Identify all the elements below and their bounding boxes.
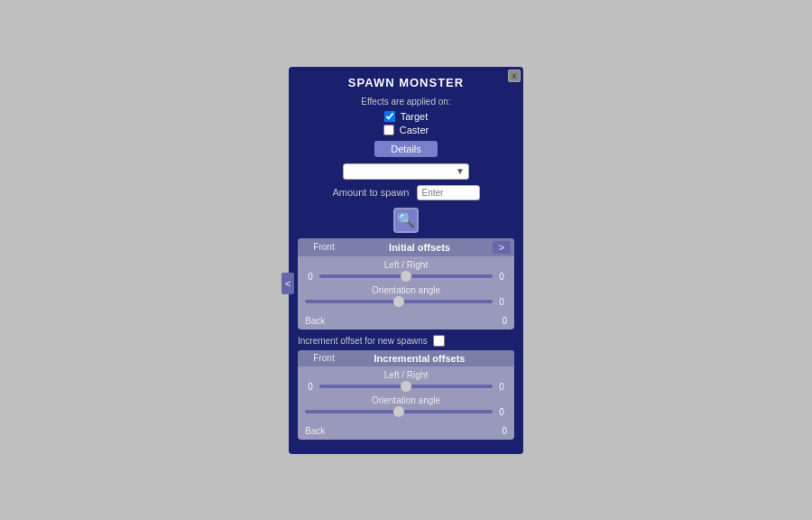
incremental-orientation-label: Orientation angle (305, 395, 507, 405)
caster-row: Caster (298, 125, 514, 135)
increment-offset-checkbox[interactable] (433, 335, 445, 347)
initial-right-value: 0 (496, 272, 507, 282)
close-button[interactable]: x (508, 70, 521, 82)
initial-orientation-slider-row: 0 (305, 297, 507, 307)
incremental-back-row: Back 0 (298, 424, 514, 440)
initial-back-value: 0 (502, 316, 507, 326)
incremental-back-value: 0 (502, 426, 507, 436)
initial-offsets-section: < Front Initial offsets > Left / Right 0… (298, 238, 514, 330)
incremental-left-value: 0 (305, 382, 316, 392)
initial-offsets-header: Front Initial offsets > (298, 238, 514, 256)
target-checkbox[interactable] (384, 111, 395, 122)
incremental-left-right-section: Left / Right 0 0 Orientation angle 0 (298, 367, 514, 424)
search-icon-button[interactable]: 🔍 (393, 208, 419, 233)
incremental-orientation-slider-row: 0 (305, 407, 507, 417)
panel-title: Spawn Monster (298, 76, 514, 89)
initial-offsets-right-arrow[interactable]: > (493, 241, 511, 254)
initial-offsets-left-arrow[interactable]: < (281, 273, 294, 294)
initial-left-value: 0 (305, 272, 316, 282)
amount-label: Amount to spawn (333, 187, 410, 198)
caster-label: Caster (400, 125, 429, 135)
initial-back-row: Back 0 (298, 314, 514, 330)
incremental-left-right-slider-row: 0 0 (305, 382, 507, 392)
target-row: Target (298, 111, 514, 122)
effects-label: Effects are applied on: (298, 97, 514, 107)
dropdown-row: ▼ (298, 162, 514, 180)
initial-left-right-slider[interactable] (319, 274, 493, 278)
increment-offset-label: Increment offset for new spawns (298, 336, 428, 346)
initial-orientation-label: Orientation angle (305, 285, 507, 295)
incremental-left-right-slider[interactable] (319, 385, 493, 388)
initial-left-right-label: Left / Right (305, 260, 507, 270)
incremental-right-value: 0 (496, 382, 507, 392)
incremental-front-label: Front (301, 353, 346, 363)
initial-offsets-box: Front Initial offsets > Left / Right 0 0… (298, 238, 514, 330)
increment-offset-row: Increment offset for new spawns (298, 335, 514, 347)
spawn-type-dropdown[interactable] (343, 163, 469, 180)
incremental-orientation-slider[interactable] (305, 410, 493, 413)
target-label: Target (401, 111, 429, 122)
initial-orientation-value: 0 (496, 297, 507, 307)
incremental-back-label: Back (305, 426, 325, 436)
initial-front-label: Front (301, 242, 346, 252)
caster-checkbox[interactable] (383, 125, 394, 135)
spawn-monster-panel: x Spawn Monster Effects are applied on: … (289, 67, 523, 454)
amount-input[interactable] (417, 185, 480, 200)
details-button[interactable]: Details (374, 141, 438, 157)
incremental-offsets-title: Incremental offsets (346, 353, 493, 364)
dropdown-wrapper: ▼ (343, 162, 469, 180)
initial-back-label: Back (305, 316, 325, 326)
amount-row: Amount to spawn (298, 185, 514, 200)
incremental-offsets-header: Front Incremental offsets (298, 350, 514, 367)
incremental-orientation-value: 0 (496, 407, 507, 417)
incremental-left-right-label: Left / Right (305, 370, 507, 380)
incremental-offsets-box: Front Incremental offsets Left / Right 0… (298, 350, 514, 440)
initial-left-right-slider-row: 0 0 (305, 272, 507, 282)
initial-offsets-title: Initial offsets (346, 242, 493, 253)
initial-left-right-section: Left / Right 0 0 Orientation angle 0 (298, 256, 514, 314)
initial-orientation-slider[interactable] (305, 300, 493, 303)
incremental-offsets-section: Front Incremental offsets Left / Right 0… (298, 350, 514, 440)
